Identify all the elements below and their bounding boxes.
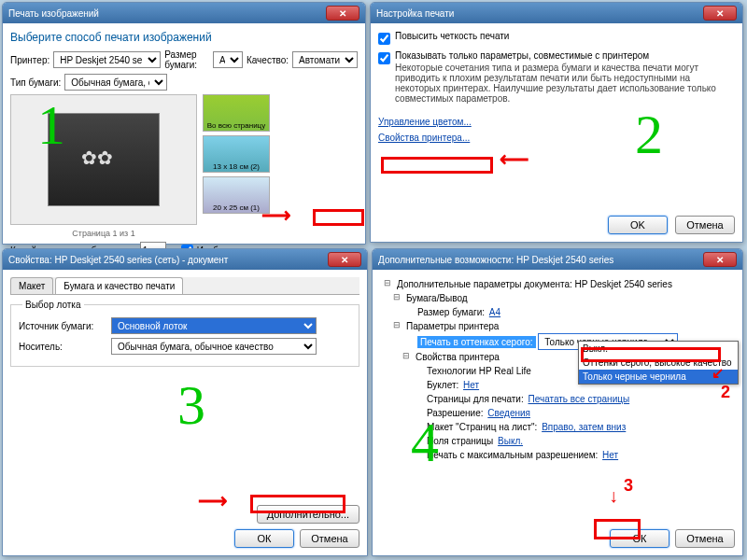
grayscale-dropdown[interactable]: Выкл. Оттенки серого, высокое качество Т… [578,341,739,385]
printer-select[interactable]: HP Deskjet 2540 series (сеть) [53,51,161,68]
tab-paper-quality[interactable]: Бумага и качество печати [55,277,183,294]
papertype-label: Тип бумаги: [10,77,61,88]
layout-option[interactable]: 20 x 25 см (1) [203,176,270,214]
booklet-value[interactable]: Нет [463,380,479,390]
printer-properties-window: Свойства: HP Deskjet 2540 series (сеть) … [2,248,368,556]
ok-button[interactable]: ОК [234,529,294,548]
titlebar[interactable]: Дополнительные возможности: HP Deskjet 2… [373,249,742,270]
print-preview [10,94,197,225]
tree-root[interactable]: Дополнительные параметры документа: HP D… [384,277,735,291]
color-management-link[interactable]: Управление цветом... [378,117,472,127]
layout-option[interactable]: Во всю страницу [203,94,270,132]
close-icon[interactable]: ✕ [703,6,737,21]
maxdpi-label: Печать с максимальным разрешением: [427,450,598,460]
paper-size-label: Размер бумаги: [417,307,485,317]
compat-checkbox[interactable] [378,52,390,64]
cancel-button[interactable]: Отмена [675,216,735,234]
printer-properties-link[interactable]: Свойства принтера... [378,133,470,143]
layout-option[interactable]: 13 x 18 см (2) [203,135,270,173]
layout-thumbs: Во всю страницу 13 x 18 см (2) 20 x 25 с… [203,94,277,238]
tree-paper-output[interactable]: Бумага/Вывод [393,291,735,305]
compat-label: Показывать только параметры, совместимые… [395,50,735,61]
dropdown-option[interactable]: Оттенки серого, высокое качество [579,356,738,370]
margins-value[interactable]: Выкл. [498,436,523,446]
dropdown-option-selected[interactable]: Только черные чернила [579,370,738,384]
papertype-select[interactable]: Обычная бумага, обы [64,74,167,91]
tray-group-title: Выбор лотка [22,300,84,310]
titlebar[interactable]: Свойства: HP Deskjet 2540 series (сеть) … [3,249,367,270]
annotation-mini-number: 2 [721,383,730,402]
window-title: Свойства: HP Deskjet 2540 series (сеть) … [8,255,328,265]
titlebar[interactable]: Настройка печати ✕ [371,3,742,23]
cancel-button[interactable]: Отмена [300,529,359,548]
sharpen-checkbox[interactable] [378,33,390,45]
grayscale-label: Печать в оттенках серого: [417,336,536,348]
cancel-button[interactable]: Отмена [675,529,735,548]
margins-label: Поля страницы [427,436,493,446]
media-label: Носитель: [19,342,107,352]
compat-description: Некоторые сочетания типа и размера бумаг… [395,63,735,104]
annotation-mini-number: 3 [624,476,633,496]
window-title: Печать изображений [8,8,326,19]
papersize-label: Размер бумаги: [164,49,209,70]
tree-printer-params[interactable]: Параметры принтера [393,319,735,333]
sharpen-label: Повысить четкость печати [395,31,509,41]
advanced-options-window: Дополнительные возможности: HP Deskjet 2… [372,248,743,556]
print-settings-window: Настройка печати ✕ Повысить четкость печ… [370,2,743,243]
window-title: Настройка печати [376,8,703,19]
pages-per-sheet-label: Макет "Страниц на лист": [427,422,537,432]
print-pictures-window: Печать изображений ✕ Выберите способ печ… [2,2,366,245]
close-icon[interactable]: ✕ [703,252,737,267]
quality-select[interactable]: Автоматически [292,51,358,68]
ok-button[interactable]: OK [608,216,668,234]
pages-label: Страницы для печати: [427,394,524,404]
close-icon[interactable]: ✕ [326,6,359,21]
dropdown-option[interactable]: Выкл. [579,342,738,356]
pages-value[interactable]: Печатать все страницы [529,394,630,404]
pages-per-sheet-value[interactable]: Вправо, затем вниз [542,422,626,432]
page-heading: Выберите способ печати изображений [10,31,358,44]
printer-label: Принтер: [10,55,49,65]
booklet-label: Буклет: [427,380,458,390]
maxdpi-value[interactable]: Нет [602,450,618,460]
titlebar[interactable]: Печать изображений ✕ [3,3,365,23]
advanced-button[interactable]: Дополнительно... [257,505,359,524]
paper-source-select[interactable]: Основной лоток [111,317,317,334]
papersize-select[interactable]: A4 [213,51,243,68]
resolution-value[interactable]: Сведения [487,408,530,418]
quality-label: Качество: [247,55,289,65]
close-icon[interactable]: ✕ [328,252,361,267]
media-select[interactable]: Обычная бумага, обычное качество [111,338,317,355]
paper-source-label: Источник бумаги: [19,321,107,331]
tab-layout[interactable]: Макет [10,277,53,294]
resolution-label: Разрешение: [427,408,484,418]
ok-button[interactable]: ОК [610,529,669,548]
paper-size-value[interactable]: A4 [489,307,500,317]
window-title: Дополнительные возможности: HP Deskjet 2… [378,255,703,265]
page-counter: Страница 1 из 1 [10,229,197,238]
